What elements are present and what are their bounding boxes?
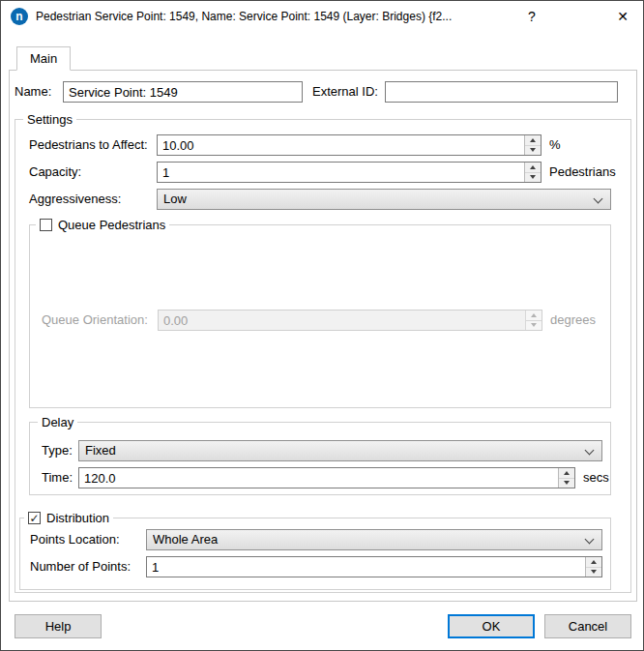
- number-of-points-input[interactable]: [146, 556, 602, 577]
- spin-up-button[interactable]: [525, 163, 541, 173]
- queue-orientation-input: [158, 310, 542, 331]
- queue-orientation-spinbox: [158, 310, 542, 331]
- name-input[interactable]: [63, 81, 303, 103]
- spin-down-icon: [531, 323, 537, 327]
- distribution-group: ✓ Distribution Points Location: Whole Ar…: [19, 518, 611, 590]
- spin-down-button[interactable]: [586, 568, 601, 577]
- spin-up-icon: [531, 313, 537, 317]
- delay-type-dropdown[interactable]: Fixed: [78, 440, 602, 461]
- name-label: Name:: [15, 81, 51, 103]
- points-location-dropdown[interactable]: Whole Area: [146, 529, 602, 550]
- distribution-label: Distribution: [46, 510, 109, 526]
- spin-down-button[interactable]: [525, 173, 541, 183]
- delay-time-suffix: secs: [583, 467, 609, 488]
- chevron-down-icon: [585, 535, 595, 545]
- queue-pedestrians-label: Queue Pedestrians: [58, 217, 165, 233]
- spin-buttons: [524, 135, 541, 155]
- delay-group-title: Delay: [38, 414, 77, 430]
- delay-group: Delay Type: Fixed Time: secs: [29, 422, 611, 495]
- spin-buttons: [585, 557, 601, 577]
- points-location-label: Points Location:: [30, 529, 120, 550]
- spin-down-icon: [530, 148, 536, 152]
- spin-down-icon: [591, 570, 597, 574]
- spin-up-button[interactable]: [586, 557, 601, 568]
- pedestrians-to-affect-input[interactable]: [157, 134, 542, 156]
- delay-time-label: Time:: [42, 467, 73, 488]
- spin-down-button: [526, 321, 542, 331]
- spin-down-icon: [564, 481, 570, 485]
- spin-buttons: [525, 311, 542, 330]
- settings-group-title: Settings: [23, 111, 76, 128]
- pedestrians-to-affect-suffix: %: [549, 134, 561, 156]
- aggressiveness-dropdown[interactable]: Low: [157, 189, 611, 210]
- chevron-down-icon: [594, 194, 603, 204]
- spin-down-icon: [530, 175, 536, 179]
- spin-buttons: [558, 468, 574, 488]
- spin-up-icon: [530, 165, 536, 169]
- spin-up-icon: [591, 560, 597, 564]
- distribution-checkbox[interactable]: ✓: [28, 512, 41, 524]
- app-icon: n: [11, 8, 28, 25]
- capacity-input[interactable]: [157, 162, 542, 183]
- spin-up-icon: [564, 471, 570, 475]
- external-id-input[interactable]: [385, 81, 618, 103]
- queue-pedestrians-group: Queue Pedestrians Queue Orientation: deg…: [29, 224, 611, 408]
- chevron-down-icon: [585, 446, 595, 456]
- delay-type-label: Type:: [42, 440, 73, 461]
- title-bar: n Pedestrian Service Point: 1549, Name: …: [1, 1, 643, 32]
- spin-up-button[interactable]: [559, 468, 574, 479]
- ok-button[interactable]: OK: [448, 614, 535, 638]
- distribution-checkbox-row: ✓ Distribution: [24, 510, 113, 526]
- spin-up-icon: [530, 138, 536, 142]
- number-of-points-label: Number of Points:: [30, 556, 131, 577]
- queue-pedestrians-checkbox[interactable]: [40, 219, 52, 231]
- capacity-label: Capacity:: [29, 162, 81, 183]
- titlebar-help-button[interactable]: ?: [517, 1, 546, 32]
- number-of-points-spinbox: [146, 556, 602, 577]
- capacity-suffix: Pedestrians: [549, 162, 616, 183]
- queue-orientation-label: Queue Orientation:: [42, 310, 148, 331]
- spin-buttons: [524, 163, 541, 182]
- pedestrians-to-affect-label: Pedestrians to Affect:: [29, 134, 148, 156]
- close-button[interactable]: ✕: [608, 1, 637, 32]
- window-title: Pedestrian Service Point: 1549, Name: Se…: [36, 1, 517, 32]
- aggressiveness-label: Aggressiveness:: [29, 189, 121, 210]
- settings-group: Settings Pedestrians to Affect: % Capaci…: [15, 119, 631, 593]
- capacity-spinbox: [157, 162, 542, 183]
- spin-down-button[interactable]: [525, 146, 541, 156]
- delay-type-value: Fixed: [85, 441, 578, 460]
- tab-main[interactable]: Main: [16, 46, 71, 71]
- spin-up-button[interactable]: [525, 135, 541, 146]
- delay-time-spinbox: [78, 467, 575, 488]
- queue-pedestrians-checkbox-row: Queue Pedestrians: [36, 217, 169, 233]
- external-id-label: External ID:: [312, 81, 378, 103]
- cancel-button[interactable]: Cancel: [544, 614, 631, 638]
- spin-up-button: [526, 311, 542, 321]
- dialog-window: n Pedestrian Service Point: 1549, Name: …: [0, 0, 644, 651]
- aggressiveness-value: Low: [163, 190, 587, 209]
- help-button[interactable]: Help: [15, 614, 102, 638]
- spin-down-button[interactable]: [559, 479, 574, 488]
- pedestrians-to-affect-spinbox: [157, 134, 542, 156]
- points-location-value: Whole Area: [153, 530, 578, 549]
- delay-time-input[interactable]: [78, 467, 575, 488]
- queue-orientation-suffix: degrees: [550, 310, 596, 331]
